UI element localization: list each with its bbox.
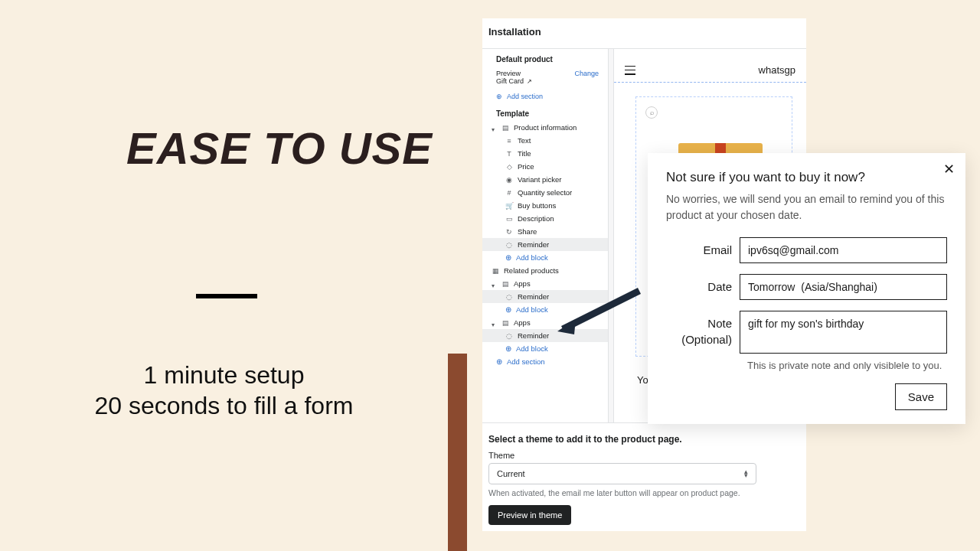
editor-tree: Default product Preview Change Gift Card… xyxy=(482,49,609,422)
plus-icon: ⊕ xyxy=(496,357,502,366)
accent-bar xyxy=(448,354,467,551)
caret-icon xyxy=(492,125,497,130)
add-section-2[interactable]: ⊕Add section xyxy=(482,355,608,368)
brand-text: whatsgp xyxy=(759,64,795,76)
external-link-icon[interactable]: ↗ xyxy=(527,78,532,85)
gift-card-label: Gift Card xyxy=(496,77,524,85)
change-link[interactable]: Change xyxy=(574,70,599,77)
select-theme-instruction: Select a theme to add it to the product … xyxy=(488,434,800,445)
date-field[interactable] xyxy=(740,274,947,300)
tree-variant-picker[interactable]: ◉Variant picker xyxy=(482,173,608,186)
plus-icon: ⊕ xyxy=(505,305,511,314)
preview-in-theme-button[interactable]: Preview in theme xyxy=(488,505,571,525)
block-icon: ◌ xyxy=(505,293,513,301)
note-field[interactable] xyxy=(740,311,947,354)
apps-icon: ▤ xyxy=(501,280,509,288)
email-field[interactable] xyxy=(740,237,947,263)
date-label: Date xyxy=(666,274,740,295)
description-icon: ▭ xyxy=(505,215,513,223)
add-block-1[interactable]: ⊕Add block xyxy=(482,251,608,264)
caret-icon xyxy=(492,281,497,286)
caret-icon xyxy=(492,320,497,325)
headline: EASE TO USE xyxy=(126,122,433,174)
apps-icon: ▤ xyxy=(501,319,509,327)
tree-text[interactable]: ≡Text xyxy=(482,134,608,147)
note-label: Note (Optional) xyxy=(666,311,740,347)
plus-icon: ⊕ xyxy=(505,344,511,353)
marketing-panel: EASE TO USE 1 minute setup 20 seconds to… xyxy=(0,0,448,551)
tree-title[interactable]: TTitle xyxy=(482,147,608,160)
arrow-annotation xyxy=(551,287,643,341)
installation-title: Installation xyxy=(482,18,806,48)
add-block-3[interactable]: ⊕Add block xyxy=(482,342,608,355)
block-icon: ◌ xyxy=(505,332,513,340)
block-icon: ◌ xyxy=(505,241,513,249)
hamburger-icon[interactable] xyxy=(625,66,635,75)
template-label: Template xyxy=(482,103,608,121)
tree-description[interactable]: ▭Description xyxy=(482,212,608,225)
tree-product-information[interactable]: ▤ Product information xyxy=(482,121,608,134)
tree-share[interactable]: ↻Share xyxy=(482,225,608,238)
theme-field-label: Theme xyxy=(488,451,800,460)
divider xyxy=(196,294,257,298)
subtext-line1: 1 minute setup xyxy=(144,361,305,389)
section-icon: ▤ xyxy=(501,124,509,132)
variant-icon: ◉ xyxy=(505,176,513,184)
add-section[interactable]: ⊕ Add section xyxy=(482,90,608,103)
grid-icon: ▦ xyxy=(492,267,499,275)
email-label: Email xyxy=(666,237,740,258)
updown-icon: ▴▾ xyxy=(744,470,748,478)
note-hint: This is private note and only visiblele … xyxy=(747,360,947,371)
modal-title: Not sure if you want to buy it now? xyxy=(666,170,947,185)
tree-buy-buttons[interactable]: 🛒Buy buttons xyxy=(482,199,608,212)
theme-select-value: Current xyxy=(497,469,525,478)
theme-hint: When activated, the email me later butto… xyxy=(488,488,800,497)
plus-icon: ⊕ xyxy=(505,253,511,262)
reminder-modal: ✕ Not sure if you want to buy it now? No… xyxy=(648,153,965,424)
share-icon: ↻ xyxy=(505,228,513,236)
zoom-icon[interactable]: ⌕ xyxy=(645,106,658,119)
cart-icon: 🛒 xyxy=(505,202,513,210)
tree-price[interactable]: ◇Price xyxy=(482,160,608,173)
subtext-line2: 20 seconds to fill a form xyxy=(95,392,354,419)
default-product-label: Default product xyxy=(482,49,608,68)
theme-section: Select a theme to add it to the product … xyxy=(482,423,806,530)
tree-quantity-selector[interactable]: #Quantity selector xyxy=(482,186,608,199)
tree-related-products[interactable]: ▦Related products xyxy=(482,264,608,277)
subtext: 1 minute setup 20 seconds to fill a form xyxy=(0,360,448,421)
modal-subtitle: No worries, we will send you an email to… xyxy=(666,191,947,223)
price-icon: ◇ xyxy=(505,163,513,171)
text-fragment: Yo xyxy=(637,374,648,386)
title-icon: T xyxy=(505,150,513,158)
text-icon: ≡ xyxy=(505,137,513,145)
save-button[interactable]: Save xyxy=(895,383,947,410)
close-icon[interactable]: ✕ xyxy=(943,161,955,178)
theme-select[interactable]: Current ▴▾ xyxy=(488,463,756,484)
quantity-icon: # xyxy=(505,189,513,197)
preview-label: Preview xyxy=(496,70,521,77)
plus-icon: ⊕ xyxy=(496,93,502,100)
tree-reminder-1[interactable]: ◌Reminder xyxy=(482,238,608,251)
